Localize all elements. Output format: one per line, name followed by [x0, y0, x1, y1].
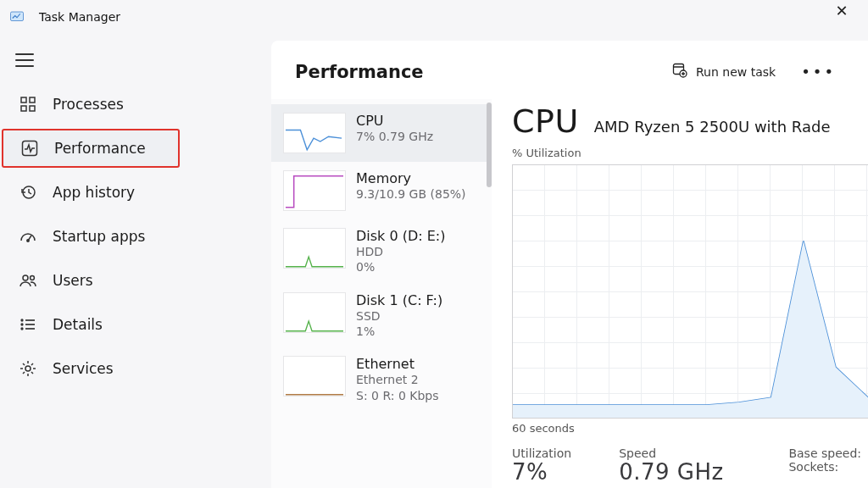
- nav-list: Processes Performance App history Startu…: [0, 85, 271, 388]
- perf-item-title: Disk 0 (D: E:): [356, 228, 446, 244]
- svg-point-9: [23, 275, 28, 280]
- graph-x-label: 60 seconds: [512, 422, 868, 435]
- perf-item-sub: 1%: [356, 324, 442, 339]
- svg-point-11: [21, 319, 23, 321]
- perf-list[interactable]: CPU7% 0.79 GHz Memory9.3/10.9 GB (85%) D…: [271, 99, 492, 488]
- svg-point-17: [25, 366, 31, 371]
- svg-point-15: [21, 328, 23, 330]
- app-icon: [7, 7, 27, 27]
- utilization-label: Utilization: [512, 446, 571, 460]
- perf-thumb: [283, 292, 346, 333]
- run-new-task-button[interactable]: Run new task: [664, 58, 784, 86]
- nav-label: Services: [53, 360, 114, 377]
- perf-item-title: Memory: [356, 170, 466, 186]
- utilization-axis-label: % Utilization: [512, 147, 868, 159]
- perf-item-title: CPU: [356, 113, 433, 129]
- cpu-model: AMD Ryzen 5 2500U with Rade: [594, 118, 831, 136]
- base-speed-label: Base speed:: [788, 446, 861, 460]
- perf-thumb: [283, 356, 346, 396]
- cpu-detail: CPU AMD Ryzen 5 2500U with Rade % Utiliz…: [492, 99, 868, 488]
- gauge-icon: [19, 227, 37, 246]
- perf-item-sub: Ethernet 2: [356, 372, 438, 387]
- gear-icon: [19, 359, 37, 378]
- perf-item[interactable]: CPU7% 0.79 GHz: [271, 104, 492, 162]
- history-icon: [19, 183, 37, 202]
- perf-item[interactable]: Disk 0 (D: E:)HDD0%: [271, 219, 492, 284]
- utilization-value: 7%: [512, 460, 571, 485]
- nav-label: Details: [53, 316, 103, 333]
- stats-row: Utilization 7% Speed 0.79 GHz Base speed…: [512, 435, 868, 485]
- perf-item-sub: 7% 0.79 GHz: [356, 129, 433, 144]
- perf-thumb: [283, 228, 346, 269]
- svg-point-13: [21, 324, 23, 325]
- perf-thumb: [283, 113, 346, 153]
- run-task-label: Run new task: [696, 65, 776, 79]
- perf-item-sub: S: 0 R: 0 Kbps: [356, 388, 438, 403]
- perf-item-sub: 9.3/10.9 GB (85%): [356, 186, 466, 202]
- nav-label: Startup apps: [53, 228, 145, 245]
- detail-title: CPU: [512, 103, 579, 140]
- sidebar: Processes Performance App history Startu…: [0, 34, 271, 488]
- perf-item[interactable]: Memory9.3/10.9 GB (85%): [271, 162, 492, 219]
- users-icon: [19, 271, 37, 290]
- sidebar-item-users[interactable]: Users: [0, 261, 271, 300]
- close-icon[interactable]: ✕: [822, 2, 861, 19]
- main-header: Performance Run new task •••: [271, 41, 868, 99]
- perf-thumb: [283, 170, 346, 211]
- svg-rect-2: [30, 97, 35, 103]
- perf-item-sub: HDD: [356, 244, 446, 259]
- sidebar-item-details[interactable]: Details: [0, 305, 271, 344]
- perf-item[interactable]: Disk 1 (C: F:)SSD1%: [271, 284, 492, 348]
- perf-item-sub: SSD: [356, 308, 442, 324]
- sidebar-item-startup-apps[interactable]: Startup apps: [0, 217, 271, 256]
- svg-point-8: [27, 240, 29, 241]
- page-title: Performance: [295, 62, 664, 82]
- svg-rect-1: [21, 97, 26, 103]
- sockets-label: Sockets:: [788, 460, 861, 474]
- perf-item-title: Disk 1 (C: F:): [356, 292, 442, 308]
- svg-point-10: [31, 276, 35, 280]
- perf-item-sub: 0%: [356, 259, 446, 274]
- perf-item[interactable]: EthernetEthernet 2S: 0 R: 0 Kbps: [271, 347, 492, 412]
- nav-label: Users: [53, 272, 93, 289]
- main-panel: Performance Run new task ••• CPU7% 0.79 …: [271, 41, 868, 488]
- grid-icon: [19, 95, 37, 114]
- run-task-icon: [672, 63, 687, 80]
- pulse-icon: [20, 139, 39, 158]
- list-icon: [19, 315, 37, 334]
- sidebar-item-performance[interactable]: Performance: [2, 129, 180, 168]
- more-button[interactable]: •••: [793, 61, 844, 82]
- speed-label: Speed: [619, 446, 724, 460]
- svg-rect-4: [30, 106, 35, 111]
- cpu-graph: [512, 164, 868, 419]
- sidebar-item-app-history[interactable]: App history: [0, 173, 271, 212]
- window-title: Task Manager: [39, 10, 120, 24]
- hamburger-button[interactable]: [0, 44, 271, 85]
- svg-rect-3: [21, 106, 26, 111]
- nav-label: Processes: [53, 96, 124, 113]
- perf-item-title: Ethernet: [356, 356, 438, 372]
- svg-rect-0: [11, 12, 24, 21]
- sidebar-item-services[interactable]: Services: [0, 349, 271, 388]
- nav-label: App history: [53, 184, 135, 201]
- svg-marker-23: [513, 241, 868, 418]
- titlebar: Task Manager ✕: [0, 0, 868, 34]
- speed-value: 0.79 GHz: [619, 460, 724, 485]
- nav-label: Performance: [54, 140, 146, 157]
- sidebar-item-processes[interactable]: Processes: [0, 85, 271, 124]
